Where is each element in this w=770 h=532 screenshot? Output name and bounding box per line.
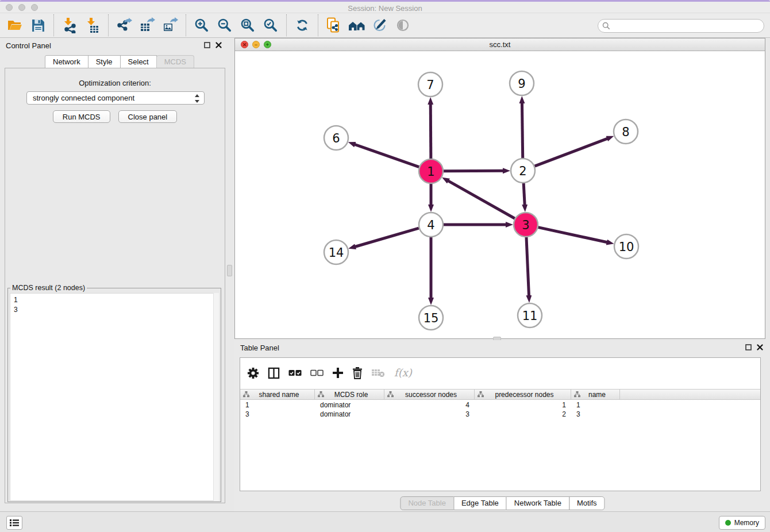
zoom-out-button[interactable] xyxy=(215,15,234,36)
table-cell[interactable]: dominator xyxy=(315,410,384,419)
table-cell[interactable]: 1 xyxy=(571,400,620,410)
status-bar: Memory xyxy=(0,511,770,532)
hierarchy-icon xyxy=(318,391,324,398)
import-table-icon xyxy=(85,17,101,33)
table-cell[interactable]: 3 xyxy=(240,410,315,419)
table-cell[interactable]: dominator xyxy=(315,400,384,410)
export-network-button[interactable] xyxy=(114,15,134,36)
table-cell[interactable]: 2 xyxy=(475,410,571,419)
trash-icon xyxy=(352,367,363,379)
apply-style-button[interactable] xyxy=(370,15,390,36)
network-canvas[interactable]: 7968124314101511 xyxy=(235,51,765,338)
save-session-button[interactable] xyxy=(28,15,48,36)
search-input[interactable] xyxy=(613,21,764,31)
graph-node-label: 9 xyxy=(518,77,525,91)
column-header-label: name xyxy=(580,391,619,399)
export-image-button[interactable] xyxy=(160,15,180,36)
export-table-button[interactable] xyxy=(137,15,157,36)
memory-status-button[interactable]: Memory xyxy=(719,516,765,530)
checked-boxes-icon xyxy=(288,369,302,377)
tab-network[interactable]: Network xyxy=(45,55,88,69)
tab-style[interactable]: Style xyxy=(88,55,121,69)
control-panel: Control Panel NetworkStyleSelectMCDS Opt… xyxy=(0,38,230,510)
clone-network-button[interactable] xyxy=(324,15,344,36)
table-cell[interactable]: 4 xyxy=(384,400,475,410)
table-cell[interactable]: 3 xyxy=(384,410,475,419)
toolbar-separator xyxy=(53,14,54,36)
float-panel-icon[interactable] xyxy=(204,42,210,48)
show-column-panel-button[interactable] xyxy=(268,367,280,379)
zoom-fit-icon xyxy=(240,18,255,33)
hide-selected-button[interactable] xyxy=(393,15,413,36)
graph-edge-4-14[interactable] xyxy=(355,228,419,246)
column-header-predecessor-nodes[interactable]: predecessor nodes xyxy=(475,390,571,399)
table-row[interactable]: 3dominator323 xyxy=(240,410,760,419)
toolbar-separator xyxy=(286,14,287,36)
column-header-label: predecessor nodes xyxy=(484,391,571,399)
import-network-button[interactable] xyxy=(60,15,79,36)
deselect-all-columns-button[interactable] xyxy=(310,369,324,377)
graph-edge-1-7[interactable] xyxy=(430,104,431,159)
table-row[interactable]: 1dominator411 xyxy=(240,400,760,410)
node-table-container: f(x) shared nameMCDS rolesuccessor nodes… xyxy=(240,357,761,491)
graph-edge-2-3[interactable] xyxy=(523,183,525,205)
function-builder-button[interactable]: f(x) xyxy=(394,367,413,379)
graph-edge-2-8[interactable] xyxy=(535,138,608,166)
column-header-label: shared name xyxy=(249,391,314,399)
column-header-successor-nodes[interactable]: successor nodes xyxy=(384,390,475,399)
delete-table-button[interactable] xyxy=(371,368,385,378)
refresh-button[interactable] xyxy=(292,15,312,36)
zoom-in-button[interactable] xyxy=(192,15,211,36)
column-header-mcds-role[interactable]: MCDS role xyxy=(315,390,384,399)
close-panel-icon[interactable] xyxy=(757,344,763,350)
graph-edge-3-10[interactable] xyxy=(538,228,607,242)
table-cell[interactable]: 3 xyxy=(571,410,620,419)
memory-ok-indicator xyxy=(725,520,731,526)
table-cell[interactable]: 1 xyxy=(475,400,571,410)
graph-node-label: 11 xyxy=(522,309,538,323)
task-history-button[interactable] xyxy=(6,516,22,530)
column-header-name[interactable]: name xyxy=(571,390,620,399)
graph-node-label: 2 xyxy=(519,164,526,178)
optimization-criterion-select[interactable]: strongly connected component xyxy=(26,91,205,105)
network-window-titlebar: ✕ − + scc.txt xyxy=(235,38,765,51)
application-window: Session: New Session xyxy=(0,0,770,532)
mcds-result-text[interactable]: 13 xyxy=(10,293,218,501)
tab-motifs[interactable]: Motifs xyxy=(569,496,605,510)
column-header-shared-name[interactable]: shared name xyxy=(240,390,315,399)
graph-edge-2-9[interactable] xyxy=(522,103,522,158)
import-table-button[interactable] xyxy=(83,15,102,36)
save-icon xyxy=(31,18,45,33)
select-all-columns-button[interactable] xyxy=(288,369,302,377)
zoom-fit-button[interactable] xyxy=(238,15,257,36)
zoom-selected-button[interactable] xyxy=(261,15,280,36)
close-panel-button[interactable]: Close panel xyxy=(118,110,178,123)
graph-edge-3-11[interactable] xyxy=(526,237,529,296)
create-column-button[interactable] xyxy=(332,367,344,379)
gear-icon xyxy=(247,367,259,379)
graph-edge-1-2[interactable] xyxy=(444,171,503,171)
table-cell[interactable]: 1 xyxy=(240,400,315,410)
tab-edge-table[interactable]: Edge Table xyxy=(453,496,507,510)
tab-select[interactable]: Select xyxy=(120,55,157,69)
first-neighbors-button[interactable] xyxy=(347,15,367,36)
table-settings-button[interactable] xyxy=(247,367,259,379)
tab-mcds[interactable]: MCDS xyxy=(156,55,194,69)
network-view-window: ✕ − + scc.txt 7968124314101511 xyxy=(234,38,765,339)
open-session-button[interactable] xyxy=(5,15,25,36)
fx-icon: f(x) xyxy=(394,367,413,379)
graph-edge-1-6[interactable] xyxy=(355,144,419,167)
close-panel-icon[interactable] xyxy=(215,42,222,48)
main-toolbar xyxy=(0,13,770,38)
graph-edge-3-1[interactable] xyxy=(448,181,515,219)
vertical-splitter-grip[interactable] xyxy=(227,265,232,276)
run-mcds-button[interactable]: Run MCDS xyxy=(53,110,110,123)
control-panel-tabs: NetworkStyleSelectMCDS xyxy=(45,55,194,69)
table-header-row: shared nameMCDS rolesuccessor nodesprede… xyxy=(240,389,760,400)
tab-node-table[interactable]: Node Table xyxy=(400,496,454,510)
zoom-selected-icon xyxy=(263,18,278,33)
tab-network-table[interactable]: Network Table xyxy=(506,496,569,510)
float-panel-icon[interactable] xyxy=(745,344,752,350)
result-scrollbar[interactable] xyxy=(213,293,219,501)
delete-column-button[interactable] xyxy=(352,367,363,379)
